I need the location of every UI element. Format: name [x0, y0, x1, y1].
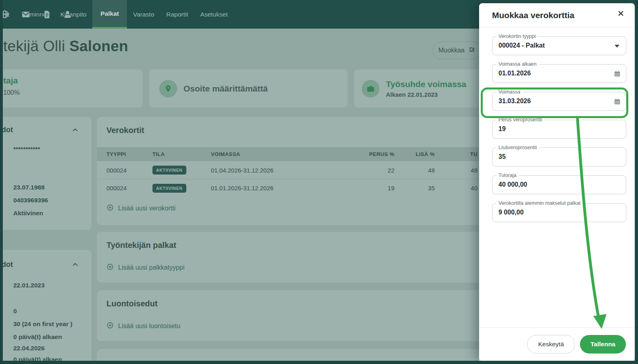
- field-label: Voimassa: [496, 89, 522, 95]
- field-label: Verokortilla aiemmin maksetut palkat: [496, 200, 583, 206]
- field-label: Lisäveroprosentti: [496, 145, 539, 150]
- modal-title: Muokkaa verokorttia: [492, 10, 574, 20]
- field-label: Perus veroprosentti: [496, 117, 544, 123]
- nav-item-raportit[interactable]: Raportit: [160, 0, 194, 29]
- modal-scrim[interactable]: [0, 29, 479, 364]
- chevron-down-icon: [615, 45, 619, 48]
- nav-item-asetukset[interactable]: Asetukset: [194, 0, 234, 29]
- field-value: 9 000,00: [498, 209, 523, 216]
- calendar-icon[interactable]: [613, 98, 621, 107]
- modal-body: Verokortin tyyppi 000024 - Palkat Voimas…: [479, 27, 635, 222]
- field-label: Tuloraja: [496, 173, 519, 178]
- save-button[interactable]: Tallenna: [580, 335, 626, 354]
- field-value: 19: [498, 125, 506, 133]
- field-value: 35: [498, 153, 506, 160]
- cancel-button[interactable]: Keskeytä: [527, 335, 575, 354]
- field-value: 31.03.2026: [498, 98, 531, 105]
- perus-veroprosentti-input[interactable]: Perus veroprosentti 19: [492, 120, 626, 139]
- aiemmin-maksetut-palkat-input[interactable]: Verokortilla aiemmin maksetut palkat 9 0…: [492, 203, 626, 222]
- close-icon[interactable]: ✕: [617, 9, 624, 19]
- voimassa-input[interactable]: Voimassa 31.03.2026: [492, 92, 626, 111]
- verokortin-tyyppi-select[interactable]: Verokortin tyyppi 000024 - Palkat: [492, 36, 626, 55]
- user-icon[interactable]: [63, 10, 72, 19]
- app-window: tekijä Olli Salonen Muokkaa taja 100% Os…: [0, 0, 638, 364]
- field-label: Voimassa alkaen: [496, 61, 539, 67]
- voimassa-alkaen-input[interactable]: Voimassa alkaen 01.01.2026: [492, 64, 626, 83]
- calendar-icon[interactable]: [613, 70, 621, 79]
- field-value: 01.01.2026: [498, 70, 531, 77]
- field-label: Verokortin tyyppi: [496, 33, 538, 39]
- lisaveroprosentti-input[interactable]: Lisäveroprosentti 35: [492, 148, 626, 166]
- modal-header: Muokkaa verokorttia ✕: [479, 3, 635, 27]
- mail-icon[interactable]: [21, 10, 31, 19]
- nav-icon-group: [0, 0, 72, 29]
- edit-verokortti-modal: Muokkaa verokorttia ✕ Verokortin tyyppi …: [479, 3, 635, 361]
- nav-item-palkat[interactable]: Palkat: [92, 0, 127, 29]
- field-value: 40 000,00: [498, 181, 527, 188]
- document-icon[interactable]: [42, 10, 51, 19]
- nav-item-varasto[interactable]: Varasto: [127, 0, 160, 29]
- globe-icon[interactable]: [0, 10, 9, 19]
- modal-footer: Keskeytä Tallenna: [479, 327, 635, 361]
- field-value: 000024 - Palkat: [498, 42, 545, 49]
- tuloraja-input[interactable]: Tuloraja 40 000,00: [492, 175, 626, 194]
